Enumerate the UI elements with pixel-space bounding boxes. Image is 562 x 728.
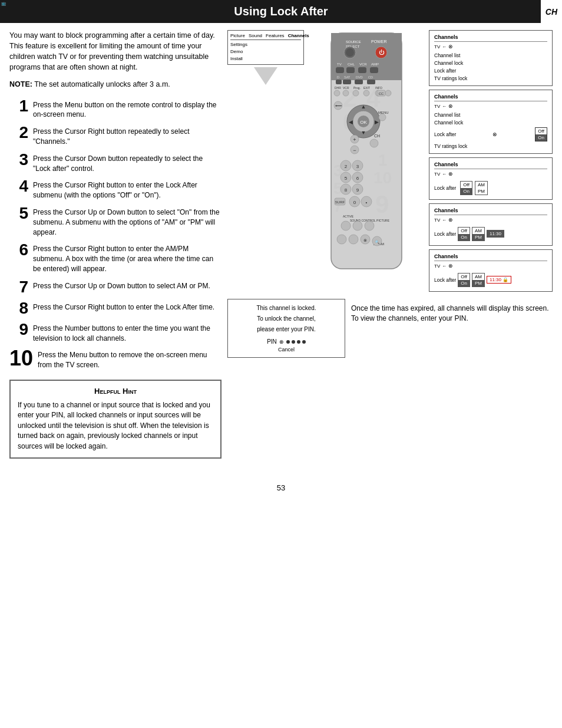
- cm2-opt-off: Off: [535, 128, 547, 134]
- svg-rect-16: [346, 67, 355, 73]
- cm5-title: Channels: [434, 253, 547, 261]
- step-8: 8 Press the Cursor Right button to enter…: [9, 300, 222, 317]
- step-number-8: 8: [9, 300, 28, 317]
- osd-left-col: Settings Demo Install: [230, 41, 247, 62]
- svg-text:ACTIVE: ACTIVE: [343, 215, 354, 218]
- bottom-section: This channel is locked. To unlock the ch…: [227, 299, 553, 358]
- cm4-time: 11:30: [487, 230, 504, 238]
- page-title: Using Lock After: [234, 5, 328, 18]
- svg-rect-24: [343, 80, 351, 84]
- pin-dot-4: [302, 340, 306, 344]
- cm4-lock-after: Lock after Off On AM PM 11:30: [434, 226, 547, 242]
- svg-text:◀: ◀: [349, 119, 353, 125]
- cancel-label: Cancel: [278, 347, 295, 353]
- step-text-1: Press the Menu button on the remote cont…: [33, 98, 222, 120]
- step-text-10: Press the Menu button to remove the on-s…: [38, 348, 222, 370]
- step-7: 7 Press the Cursor Up or Down button to …: [9, 279, 222, 295]
- osd-menu-box: Picture Sound Features Channels Settings…: [227, 30, 304, 65]
- step-text-4: Press the Cursor Right button to enter t…: [33, 178, 222, 200]
- svg-text:CH: CH: [374, 134, 380, 138]
- cm3-ampm: AM PM: [475, 181, 488, 195]
- svg-text:D: D: [337, 75, 339, 79]
- step-3: 3 Press the Cursor Down button repeatedl…: [9, 151, 222, 174]
- locked-line2: To unlock the channel,: [235, 315, 338, 323]
- ch-badge: CH: [541, 0, 562, 23]
- step-6: 6 Press the Cursor Right button to enter…: [9, 242, 222, 274]
- cm2-tv-ratings: TV ratings lock: [434, 142, 547, 150]
- cm2-options: Off On: [535, 127, 547, 141]
- pin-label: PIN: [267, 338, 277, 345]
- svg-text:⏻: ⏻: [379, 50, 385, 55]
- cm1-tv-ratings: TV ratings lock: [434, 74, 547, 82]
- tv-icon-osd: 📺: [1, 1, 6, 6]
- left-column: You may want to block programming after …: [9, 30, 222, 459]
- osd-menu-header: Picture Sound Features Channels: [230, 33, 301, 40]
- svg-rect-23: [336, 80, 342, 84]
- svg-text:Prog.: Prog.: [353, 86, 361, 90]
- svg-rect-26: [367, 80, 375, 84]
- svg-text:9: 9: [375, 190, 389, 218]
- svg-text:▶: ▶: [375, 119, 379, 125]
- svg-text:CHL: CHL: [348, 62, 355, 66]
- cm2-opt-on: On: [535, 134, 547, 141]
- svg-point-36: [334, 90, 340, 96]
- remote-area: SOURCE SELECT POWER ⏻ TV CHL VCR AMP: [308, 30, 425, 278]
- channel-menu-1: Channels TV ← ⊗ Channel list Channel loc…: [429, 30, 553, 86]
- cm1-channel-lock: Channel lock: [434, 59, 547, 67]
- svg-text:VCR: VCR: [359, 62, 367, 66]
- step-number-10: 10: [9, 348, 33, 369]
- step-number-6: 6: [9, 242, 28, 258]
- svg-text:INFO: INFO: [375, 86, 382, 90]
- caption-area: Once the time has expired, all channels …: [351, 299, 553, 324]
- svg-point-90: [365, 221, 374, 230]
- step-text-3: Press the Cursor Down button repeatedly …: [33, 151, 222, 174]
- svg-text:▲: ▲: [361, 104, 366, 110]
- svg-text:SAT: SAT: [344, 75, 351, 79]
- step-text-2: Press the Cursor Right button repeatedly…: [33, 124, 222, 147]
- svg-text:SURF: SURF: [335, 200, 345, 204]
- page-header: Using Lock After CH: [0, 0, 562, 23]
- hint-text: If you tune to a channel or input source…: [18, 400, 213, 452]
- svg-text:SOURCE: SOURCE: [346, 40, 361, 44]
- cm2-channel-lock: Channel lock: [434, 118, 547, 126]
- svg-text:−: −: [353, 147, 356, 153]
- step-2: 2 Press the Cursor Right button repeated…: [9, 124, 222, 147]
- svg-text:DHR: DHR: [335, 86, 341, 90]
- cm4-off-on: Off On: [458, 227, 470, 241]
- remote-svg: SOURCE SELECT POWER ⏻ TV CHL VCR AMP: [325, 30, 408, 278]
- pin-dot-2: [292, 340, 295, 344]
- svg-rect-15: [336, 67, 344, 73]
- osd-menu-body: Settings Demo Install: [230, 41, 301, 62]
- svg-text:VCR: VCR: [343, 86, 349, 90]
- svg-text:CC: CC: [379, 92, 384, 95]
- svg-point-55: [379, 114, 386, 121]
- pin-dot-1: [286, 340, 290, 344]
- note-text: NOTE: The set automatically unlocks afte…: [9, 79, 222, 90]
- step-number-1: 1: [9, 98, 28, 114]
- cm3-off-on: Off On: [460, 181, 472, 195]
- channel-menu-4: Channels TV ← ⊗ Lock after Off On AM: [429, 203, 553, 246]
- svg-text:POWER: POWER: [371, 39, 386, 44]
- cm4-ampm: AM PM: [472, 227, 485, 241]
- step-text-8: Press the Cursor Right button to enter t…: [33, 300, 222, 312]
- hint-title: Helpful Hint: [18, 387, 213, 396]
- osd-item-demo: Demo: [230, 48, 247, 55]
- svg-text:⟵: ⟵: [335, 103, 342, 108]
- page-number: 53: [277, 483, 285, 492]
- pin-row: PIN ⊗: [235, 338, 338, 345]
- cm5-ampm: AM PM: [472, 273, 485, 287]
- osd-item-install: Install: [230, 55, 247, 62]
- step-1: 1 Press the Menu button on the remote co…: [9, 98, 222, 120]
- cm5-lock-after: Lock after Off On AM PM 11:30 🔒: [434, 272, 547, 288]
- svg-text:2: 2: [345, 164, 348, 169]
- svg-rect-18: [370, 67, 378, 73]
- step-number-3: 3: [9, 151, 28, 168]
- svg-text:TV: TV: [337, 62, 342, 66]
- step-text-7: Press the Cursor Up or Down button to se…: [33, 279, 222, 291]
- svg-point-88: [341, 221, 351, 230]
- svg-text:AMP: AMP: [371, 62, 379, 66]
- locked-line1: This channel is locked.: [235, 304, 338, 312]
- svg-point-41: [385, 90, 391, 96]
- svg-text:DVD: DVD: [356, 75, 363, 79]
- svg-text:CD: CD: [368, 75, 373, 79]
